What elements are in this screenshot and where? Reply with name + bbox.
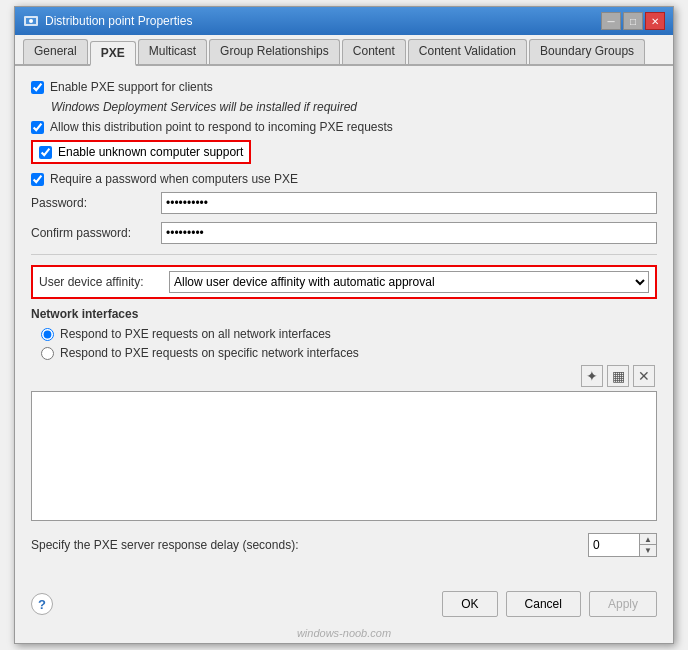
radio-all-interfaces-label: Respond to PXE requests on all network i… [60,327,331,341]
delay-input-wrap: 0 ▲ ▼ [588,533,657,557]
minimize-button[interactable]: ─ [601,12,621,30]
confirm-password-input[interactable] [161,222,657,244]
footer: ? OK Cancel Apply [15,585,673,627]
apply-button[interactable]: Apply [589,591,657,617]
confirm-password-row: Confirm password: [31,222,657,244]
title-bar: Distribution point Properties ─ □ ✕ [15,7,673,35]
password-row: Password: [31,192,657,214]
delay-row: Specify the PXE server response delay (s… [31,533,657,557]
tab-multicast[interactable]: Multicast [138,39,207,64]
add-button[interactable]: ✦ [581,365,603,387]
delay-increment-button[interactable]: ▲ [640,534,656,545]
svg-point-2 [29,19,33,23]
enable-pxe-row: Enable PXE support for clients [31,80,657,94]
affinity-highlighted-row: User device affinity: Allow user device … [31,265,657,299]
ok-button[interactable]: OK [442,591,497,617]
enable-pxe-label: Enable PXE support for clients [50,80,213,94]
password-label: Password: [31,196,161,210]
network-section-title: Network interfaces [31,307,657,321]
radio-specific-interfaces[interactable] [41,347,54,360]
tab-content-area: Enable PXE support for clients Windows D… [15,66,673,585]
maximize-button[interactable]: □ [623,12,643,30]
delay-decrement-button[interactable]: ▼ [640,545,656,556]
edit-button[interactable]: ▦ [607,365,629,387]
require-password-row: Require a password when computers use PX… [31,172,657,186]
affinity-select[interactable]: Allow user device affinity with automati… [169,271,649,293]
tab-general[interactable]: General [23,39,88,64]
help-button[interactable]: ? [31,593,53,615]
allow-incoming-label: Allow this distribution point to respond… [50,120,393,134]
delay-spinner: ▲ ▼ [639,534,656,556]
tab-content-validation[interactable]: Content Validation [408,39,527,64]
watermark: windows-noob.com [15,627,673,643]
radio-specific-interfaces-label: Respond to PXE requests on specific netw… [60,346,359,360]
confirm-password-label: Confirm password: [31,226,161,240]
tab-boundary-groups[interactable]: Boundary Groups [529,39,645,64]
list-toolbar: ✦ ▦ ✕ [31,365,655,387]
divider-1 [31,254,657,255]
enable-pxe-checkbox[interactable] [31,81,44,94]
allow-incoming-checkbox[interactable] [31,121,44,134]
require-password-label: Require a password when computers use PX… [50,172,298,186]
delay-input[interactable]: 0 [589,534,639,556]
title-bar-left: Distribution point Properties [23,13,192,29]
title-controls: ─ □ ✕ [601,12,665,30]
radio-all-interfaces-row: Respond to PXE requests on all network i… [41,327,657,341]
window-icon [23,13,39,29]
network-interfaces-list[interactable] [31,391,657,521]
tab-bar: General PXE Multicast Group Relationship… [15,35,673,66]
window-title: Distribution point Properties [45,14,192,28]
allow-incoming-row: Allow this distribution point to respond… [31,120,657,134]
dialog-window: Distribution point Properties ─ □ ✕ Gene… [14,6,674,644]
require-password-checkbox[interactable] [31,173,44,186]
wds-info-text: Windows Deployment Services will be inst… [51,100,657,114]
cancel-button[interactable]: Cancel [506,591,581,617]
radio-all-interfaces[interactable] [41,328,54,341]
delete-button[interactable]: ✕ [633,365,655,387]
close-button[interactable]: ✕ [645,12,665,30]
password-input[interactable] [161,192,657,214]
tab-group-relationships[interactable]: Group Relationships [209,39,340,64]
radio-specific-interfaces-row: Respond to PXE requests on specific netw… [41,346,657,360]
enable-unknown-label: Enable unknown computer support [58,145,243,159]
tab-content[interactable]: Content [342,39,406,64]
enable-unknown-highlighted-row: Enable unknown computer support [31,140,251,164]
affinity-label: User device affinity: [39,275,169,289]
enable-unknown-checkbox[interactable] [39,146,52,159]
tab-pxe[interactable]: PXE [90,41,136,66]
delay-label: Specify the PXE server response delay (s… [31,538,588,552]
